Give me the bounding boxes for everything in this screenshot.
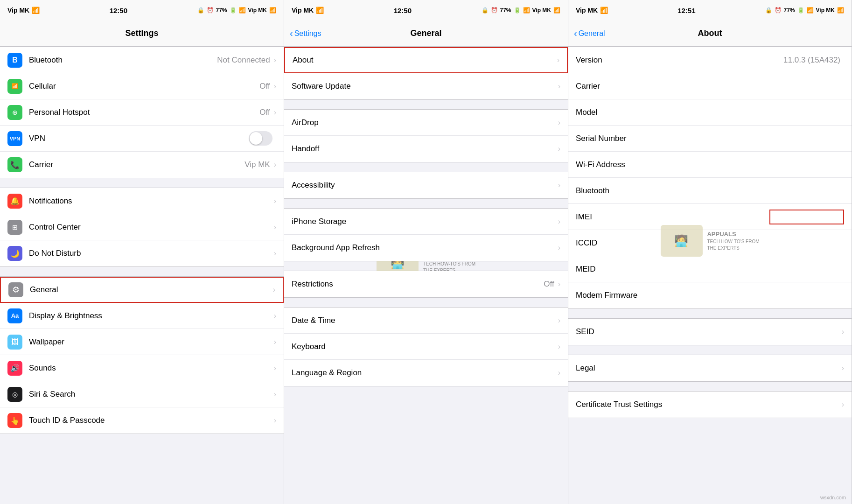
general-item-keyboard[interactable]: Keyboard › [284, 334, 568, 360]
bg-refresh-chevron: › [558, 244, 560, 252]
settings-item-general[interactable]: ⚙ General › [0, 277, 284, 303]
settings-item-bluetooth[interactable]: B Bluetooth Not Connected › [0, 47, 284, 73]
about-list: Version 11.0.3 (15A432) Carrier Model Se… [568, 47, 852, 504]
status-left-about: Vip MK 📶 [576, 7, 608, 14]
general-item-restrictions[interactable]: Restrictions Off › [284, 271, 568, 297]
general-item-software-update[interactable]: Software Update › [284, 73, 568, 99]
nav-title-general: General [410, 28, 441, 38]
modem-label: Modem Firmware [576, 291, 844, 300]
general-item-handoff[interactable]: Handoff › [284, 136, 568, 162]
general-item-language[interactable]: Language & Region › [284, 360, 568, 386]
about-row-carrier: Carrier [568, 73, 852, 99]
bluetooth-icon: B [7, 53, 22, 68]
general-item-iphone-storage[interactable]: iPhone Storage › [284, 209, 568, 235]
hotspot-value: Off [259, 108, 270, 117]
about-row-cert[interactable]: Certificate Trust Settings › [568, 392, 852, 418]
settings-item-sounds[interactable]: 🔊 Sounds › [0, 355, 284, 381]
bluetooth-symbol: B [12, 56, 18, 64]
settings-item-control-center[interactable]: ⊞ Control Center › [0, 214, 284, 240]
cellular-chevron: › [274, 82, 276, 91]
accessibility-label: Accessibility [292, 181, 558, 190]
about-row-seid[interactable]: SEID › [568, 319, 852, 345]
carrier-label: Carrier [29, 160, 244, 169]
vpn-icon: VPN [7, 131, 22, 146]
time-settings: 12:50 [110, 7, 127, 14]
bluetooth-chevron: › [274, 56, 276, 64]
about-section-seid: SEID › [568, 318, 852, 345]
about-row-wifi: Wi-Fi Address [568, 152, 852, 178]
touchid-chevron: › [274, 416, 276, 425]
display-chevron: › [274, 312, 276, 320]
datetime-label: Date & Time [292, 316, 558, 325]
siri-icon: ◎ [7, 387, 22, 402]
settings-item-wallpaper[interactable]: 🖼 Wallpaper › [0, 329, 284, 355]
airdrop-label: AirDrop [292, 118, 558, 127]
restrictions-label: Restrictions [292, 280, 544, 289]
seid-chevron: › [842, 328, 844, 336]
vpn-symbol: VPN [10, 136, 21, 141]
carrier-value: Vip MK [244, 160, 270, 169]
imei-label: IMEI [576, 212, 769, 222]
meid-label: MEID [576, 265, 844, 274]
nav-bar-about: ‹ General About [568, 21, 852, 47]
dnd-symbol: 🌙 [10, 249, 20, 258]
battery-pct-general: 77% [500, 7, 511, 14]
settings-item-display[interactable]: Aa Display & Brightness › [0, 303, 284, 329]
carrier-right-about: Vip MK [816, 7, 835, 14]
restrictions-value: Off [544, 280, 554, 289]
hotspot-chevron: › [274, 108, 276, 117]
wifi-icon-general: 📶 [316, 7, 324, 14]
general-item-airdrop[interactable]: AirDrop › [284, 110, 568, 136]
settings-section-apps: ⚙ General › Aa Display & Brightness › 🖼 … [0, 276, 284, 434]
settings-item-vpn[interactable]: VPN VPN [0, 126, 284, 152]
imei-highlight-box [769, 210, 844, 224]
nav-title-about: About [698, 28, 722, 38]
about-section-legal: Legal › [568, 355, 852, 382]
general-label: General [30, 285, 273, 294]
iphone-storage-chevron: › [558, 217, 560, 226]
about-row-legal[interactable]: Legal › [568, 355, 852, 381]
siri-chevron: › [274, 390, 276, 399]
back-button-about[interactable]: ‹ General [574, 28, 605, 39]
settings-item-dnd[interactable]: 🌙 Do Not Disturb › [0, 240, 284, 266]
restrictions-chevron: › [558, 280, 560, 288]
control-center-icon: ⊞ [7, 220, 22, 235]
hotspot-icon: ⊕ [7, 105, 22, 120]
about-section-cert: Certificate Trust Settings › [568, 391, 852, 418]
general-item-datetime[interactable]: Date & Time › [284, 308, 568, 334]
time-general: 12:50 [394, 7, 412, 14]
software-update-chevron: › [558, 82, 560, 91]
siri-label: Siri & Search [29, 390, 274, 399]
sounds-label: Sounds [29, 364, 274, 373]
general-item-about[interactable]: About › [284, 47, 568, 73]
model-label: Model [576, 108, 844, 117]
settings-item-hotspot[interactable]: ⊕ Personal Hotspot Off › [0, 99, 284, 126]
about-row-meid: MEID [568, 256, 852, 282]
bg-refresh-label: Background App Refresh [292, 243, 558, 252]
cert-chevron: › [842, 400, 844, 409]
settings-item-cellular[interactable]: 📶 Cellular Off › [0, 73, 284, 99]
settings-item-touchid[interactable]: 👆 Touch ID & Passcode › [0, 407, 284, 434]
settings-item-notifications[interactable]: 🔔 Notifications › [0, 188, 284, 214]
general-section-6: Date & Time › Keyboard › Language & Regi… [284, 307, 568, 386]
notifications-label: Notifications [29, 196, 274, 206]
airdrop-chevron: › [558, 119, 560, 127]
settings-section-system: 🔔 Notifications › ⊞ Control Center › 🌙 D… [0, 188, 284, 267]
settings-item-siri[interactable]: ◎ Siri & Search › [0, 381, 284, 407]
general-item-background-refresh[interactable]: Background App Refresh › [284, 235, 568, 261]
carrier-icon: 📞 [7, 157, 22, 172]
vpn-toggle[interactable] [249, 131, 272, 146]
battery-icon-general: 🔋 [514, 7, 521, 14]
version-label: Version [576, 56, 783, 65]
cellular-icon: 📶 [7, 79, 22, 94]
bluetooth-info-label: Bluetooth [576, 186, 844, 196]
display-symbol: Aa [11, 312, 19, 319]
touchid-label: Touch ID & Passcode [29, 416, 274, 425]
settings-list[interactable]: B Bluetooth Not Connected › 📶 Cellular O… [0, 47, 284, 504]
general-section-3: Accessibility › [284, 172, 568, 199]
general-list[interactable]: About › Software Update › AirDrop › Hand… [284, 47, 568, 504]
general-item-accessibility[interactable]: Accessibility › [284, 172, 568, 198]
software-update-label: Software Update [292, 82, 558, 91]
settings-item-carrier[interactable]: 📞 Carrier Vip MK › [0, 152, 284, 178]
back-button-general[interactable]: ‹ Settings [290, 28, 321, 39]
